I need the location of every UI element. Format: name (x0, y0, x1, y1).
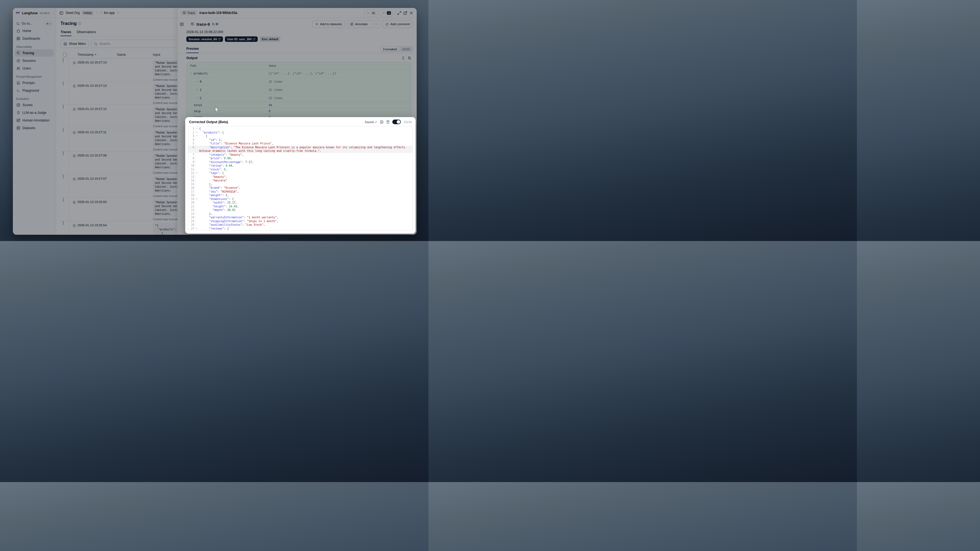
code-content: "dimensions": { (198, 197, 234, 201)
fold-gutter (195, 201, 198, 205)
fold-gutter (195, 138, 198, 142)
saved-status: Saved ✓ (365, 120, 377, 124)
code-content: "tags": [ (198, 171, 224, 175)
code-line: 21 "height": 14.43, (188, 205, 412, 209)
line-number: 17 (188, 190, 195, 194)
fold-chevron-icon[interactable]: ▾ (195, 134, 198, 138)
line-number: 24 (188, 216, 195, 220)
fold-gutter (195, 216, 198, 220)
fold-chevron-icon[interactable]: ▾ (195, 131, 198, 135)
fold-gutter (195, 193, 198, 197)
code-content: "brand": "Essence", (198, 186, 240, 190)
code-line: 6 "description": "The Essence Mascara La… (188, 145, 412, 150)
apply-file-icon[interactable] (380, 120, 383, 124)
code-content: }, (198, 212, 212, 216)
code-content: "weight": 2, (198, 193, 229, 197)
code-content: "title": "Essence Mascara Lash Prince", (198, 142, 273, 145)
code-line: 3▾ { (188, 134, 412, 138)
code-line: 2▾ "products": [ (188, 131, 412, 135)
fold-gutter (195, 212, 198, 216)
fold-chevron-icon[interactable]: ▾ (195, 230, 198, 231)
line-number: 2 (188, 131, 195, 135)
json-toggle-label: JSON (403, 120, 412, 124)
line-number: 23 (188, 212, 195, 216)
code-content: "reviews": [ (198, 227, 229, 231)
fold-gutter (195, 220, 198, 223)
json-code-editor[interactable]: 1▾{2▾ "products": [3▾ {4 "id": 1,5 "titl… (188, 126, 413, 231)
line-number: 11 (188, 168, 195, 172)
code-line: 10 "rating": 4.94, (188, 164, 412, 168)
fold-chevron-icon[interactable]: ▾ (195, 127, 198, 131)
code-line: 1▾{ (188, 127, 412, 131)
line-number: 14 (188, 178, 195, 183)
line-number: 6 (188, 145, 195, 150)
corrected-output-card: Corrected Output (Beta) Saved ✓ JSON 1▾{… (185, 117, 415, 234)
fold-chevron-icon[interactable]: ▾ (195, 227, 198, 231)
code-content: "beauty", (198, 175, 227, 179)
code-content: "width": 23.17, (198, 201, 237, 205)
fold-chevron-icon[interactable]: ▾ (195, 171, 198, 175)
code-line: 27▾ "reviews": [ (188, 227, 412, 231)
code-line: 12▾ "tags": [ (188, 171, 412, 175)
code-content: { (198, 127, 201, 131)
code-line: 25 "shippingInformation": "Ships in 1 mo… (188, 220, 412, 223)
json-toggle-switch[interactable] (392, 119, 401, 124)
code-line: 28▾ { (188, 230, 412, 231)
line-number: 5 (188, 142, 195, 145)
code-line: 11 "stock": 5, (188, 168, 412, 172)
corrected-output-title: Corrected Output (Beta) (189, 120, 228, 124)
fold-gutter (195, 149, 198, 153)
code-content: Achieve dramatic lashes with this long-l… (198, 149, 321, 153)
code-content: "id": 1, (198, 138, 222, 142)
fold-gutter (195, 175, 198, 179)
code-line: 4 "id": 1, (188, 138, 412, 142)
fold-gutter (195, 208, 198, 212)
fold-gutter (195, 190, 198, 194)
code-content: "height": 14.43, (198, 205, 239, 209)
code-line: 20 "width": 23.17, (188, 201, 412, 205)
code-content: "availabilityStatus": "Low Stock", (198, 223, 265, 227)
fold-gutter (195, 205, 198, 209)
toggle-knob (397, 120, 400, 124)
check-icon: ✓ (375, 120, 377, 124)
code-content: "sku": "RCH45Q1A", (198, 190, 239, 194)
line-number: 25 (188, 220, 195, 223)
code-line: 26 "availabilityStatus": "Low Stock", (188, 223, 412, 227)
line-number: 16 (188, 186, 195, 190)
fold-gutter (195, 223, 198, 227)
fold-chevron-icon[interactable]: ▾ (195, 197, 198, 201)
fold-gutter (195, 183, 198, 186)
line-number: 12 (188, 171, 195, 175)
line-number: 20 (188, 201, 195, 205)
line-number: 10 (188, 164, 195, 168)
line-number: 22 (188, 208, 195, 212)
code-content: { (198, 230, 214, 231)
line-number: 27 (188, 227, 195, 231)
code-content: "category": "beauty", (198, 153, 244, 157)
code-content: "discountPercentage": 7.17, (198, 160, 254, 164)
code-line: 5 "title": "Essence Mascara Lash Prince"… (188, 142, 412, 145)
code-line: 16 "brand": "Essence", (188, 186, 412, 190)
code-content: "rating": 4.94, (198, 164, 234, 168)
fold-gutter (195, 145, 198, 150)
code-content: "mascara" (198, 178, 227, 183)
delete-icon[interactable] (386, 120, 390, 124)
code-line: 23 }, (188, 212, 412, 216)
fold-gutter (195, 153, 198, 157)
code-line: 19▾ "dimensions": { (188, 197, 412, 201)
code-content: ], (198, 183, 212, 186)
line-number: 18 (188, 193, 195, 197)
code-line: 14 "mascara" (188, 178, 412, 183)
line-number: 7 (188, 153, 195, 157)
line-number: 21 (188, 205, 195, 209)
code-line: 17 "sku": "RCH45Q1A", (188, 190, 412, 194)
line-number: 8 (188, 156, 195, 160)
fold-gutter (195, 156, 198, 160)
fold-gutter (195, 142, 198, 145)
code-content: "products": [ (198, 131, 224, 135)
line-number: 15 (188, 183, 195, 186)
code-line: Achieve dramatic lashes with this long-l… (188, 149, 412, 153)
app-window: Langfuse v3.146.0 Go to... ⌘ K HomeDashb… (13, 8, 417, 235)
code-content: "stock": 5, (198, 168, 227, 172)
line-number: 28 (188, 230, 195, 231)
